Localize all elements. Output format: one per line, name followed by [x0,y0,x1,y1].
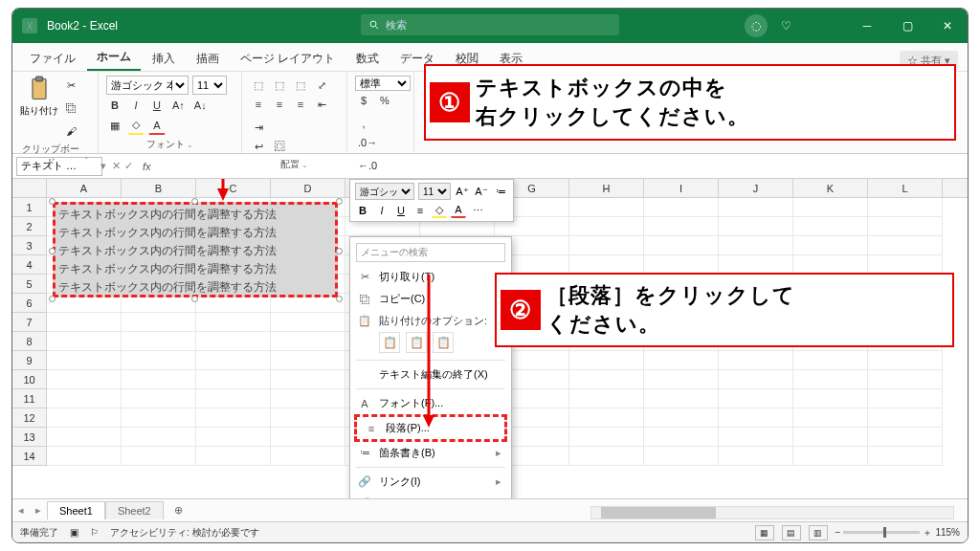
minimize-button[interactable]: ─ [847,9,887,43]
merge[interactable]: ⿴ [271,137,288,156]
row-header[interactable]: 2 [12,217,47,236]
underline-button[interactable]: U [148,96,166,115]
cell[interactable] [868,351,943,370]
cell[interactable] [122,370,196,389]
font-size-increase[interactable]: A↑ [169,96,188,115]
cell[interactable] [196,332,271,351]
resize-handle[interactable] [336,296,343,302]
cell[interactable] [122,351,196,370]
cell[interactable] [569,389,644,408]
cell[interactable] [868,447,943,466]
row-header[interactable]: 10 [12,370,47,389]
cell[interactable] [868,198,943,217]
border-button[interactable]: ▦ [106,116,123,135]
bold-button[interactable]: B [106,96,123,115]
resize-handle[interactable] [49,198,56,205]
cell[interactable] [569,428,644,447]
indent-dec[interactable]: ⇤ [313,95,330,114]
resize-handle[interactable] [191,198,198,205]
cell[interactable] [122,447,196,466]
cell[interactable] [196,447,271,466]
search-box[interactable]: 検索 [361,14,619,35]
cell[interactable] [793,389,868,408]
cell[interactable] [569,236,644,255]
cell[interactable] [719,217,793,236]
cell[interactable] [47,408,122,428]
new-sheet-button[interactable]: ⊕ [169,501,189,520]
row-header[interactable]: 5 [12,275,47,294]
mini-more[interactable]: ⋯ [470,203,485,218]
row-header[interactable]: 4 [12,255,47,275]
column-header[interactable]: K [793,179,868,197]
column-header[interactable]: D [271,179,345,197]
mini-aminus[interactable]: A⁻ [474,184,489,199]
row-header[interactable]: 11 [12,389,47,408]
mini-bullets-icon[interactable]: ≔ [493,184,508,199]
cell[interactable] [644,389,719,408]
column-header[interactable]: L [868,179,943,197]
cell[interactable] [271,428,345,447]
cell[interactable] [271,408,345,428]
cell[interactable] [868,408,943,428]
zoom-out[interactable]: − [835,527,841,538]
cell[interactable] [569,198,644,217]
row-header[interactable]: 13 [12,428,47,447]
percent[interactable]: % [376,91,393,110]
cell[interactable] [644,217,719,236]
ctx-bullets[interactable]: ≔箇条書き(B)▸ [350,442,511,464]
lightbulb-icon[interactable]: ♡ [781,19,791,33]
resize-handle[interactable] [49,296,56,302]
cell[interactable] [196,389,271,408]
sheet-nav-next[interactable]: ▸ [30,504,47,517]
row-header[interactable]: 6 [12,294,47,313]
cell[interactable] [644,351,719,370]
cell[interactable] [122,389,196,408]
cell[interactable] [793,428,868,447]
textbox-shape[interactable]: テキストボックス内の行間を調整する方法テキストボックス内の行間を調整する方法テキ… [53,202,338,298]
cell[interactable] [719,408,793,428]
cell[interactable] [644,408,719,428]
cell[interactable] [719,236,793,255]
cell[interactable] [644,236,719,255]
cell[interactable] [569,255,644,275]
mini-underline[interactable]: U [393,203,409,218]
cell[interactable] [569,370,644,389]
cell[interactable] [793,408,868,428]
cell[interactable] [868,236,943,255]
cell[interactable] [868,370,943,389]
ctx-link[interactable]: 🔗リンク(I)▸ [350,471,511,493]
comma[interactable]: , [355,114,372,133]
font-size-decrease[interactable]: A↓ [191,96,210,115]
cell[interactable] [271,313,345,332]
paste-button[interactable]: 貼り付け [20,76,58,141]
cell[interactable] [793,236,868,255]
cell[interactable] [569,408,644,428]
row-header[interactable]: 3 [12,236,47,255]
align-middle[interactable]: ⬚ [271,76,288,95]
cut-icon[interactable]: ✂ [62,76,79,95]
cell[interactable] [644,428,719,447]
tab-formulas[interactable]: 数式 [346,45,389,71]
align-bottom[interactable]: ⬚ [292,76,309,95]
cell[interactable] [793,351,868,370]
column-header[interactable]: C [196,179,271,197]
cell[interactable] [644,370,719,389]
cell[interactable] [719,447,793,466]
cell[interactable] [868,217,943,236]
mini-font-family[interactable]: 游ゴシック [355,183,414,200]
fill-color-button[interactable]: ◇ [127,116,145,135]
close-button[interactable]: ✕ [927,9,968,43]
align-right[interactable]: ≡ [292,95,309,114]
sheet-tab-1[interactable]: Sheet1 [47,501,105,519]
format-painter-icon[interactable]: 🖌 [62,121,79,141]
sheet-nav-prev[interactable]: ◂ [12,504,30,517]
row-header[interactable]: 8 [12,332,47,351]
cell[interactable] [868,255,943,275]
mini-aplus[interactable]: A⁺ [455,184,470,199]
cell[interactable] [644,447,719,466]
column-header[interactable]: H [569,179,644,197]
cell[interactable] [793,198,868,217]
cell[interactable] [719,198,793,217]
cell[interactable] [122,332,196,351]
align-left[interactable]: ≡ [250,95,267,114]
